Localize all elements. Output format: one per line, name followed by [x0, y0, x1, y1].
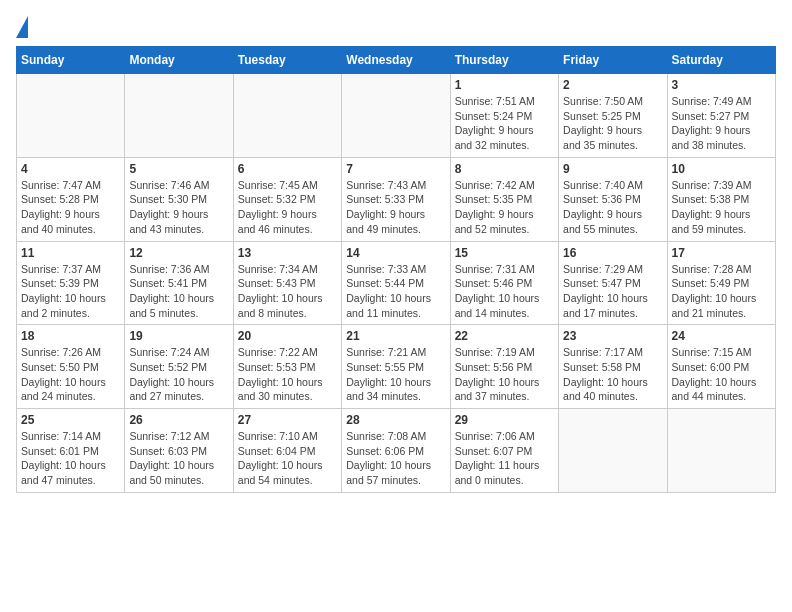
calendar-day-cell: 6Sunrise: 7:45 AM Sunset: 5:32 PM Daylig…	[233, 157, 341, 241]
calendar-day-cell: 27Sunrise: 7:10 AM Sunset: 6:04 PM Dayli…	[233, 409, 341, 493]
day-number: 24	[672, 329, 771, 343]
day-of-week-header: Sunday	[17, 47, 125, 74]
day-of-week-header: Friday	[559, 47, 667, 74]
day-number: 2	[563, 78, 662, 92]
day-number: 27	[238, 413, 337, 427]
day-info: Sunrise: 7:37 AM Sunset: 5:39 PM Dayligh…	[21, 262, 120, 321]
calendar-day-cell: 19Sunrise: 7:24 AM Sunset: 5:52 PM Dayli…	[125, 325, 233, 409]
day-number: 8	[455, 162, 554, 176]
calendar-day-cell	[559, 409, 667, 493]
day-info: Sunrise: 7:42 AM Sunset: 5:35 PM Dayligh…	[455, 178, 554, 237]
day-info: Sunrise: 7:06 AM Sunset: 6:07 PM Dayligh…	[455, 429, 554, 488]
calendar-day-cell: 17Sunrise: 7:28 AM Sunset: 5:49 PM Dayli…	[667, 241, 775, 325]
calendar-day-cell	[342, 74, 450, 158]
day-info: Sunrise: 7:15 AM Sunset: 6:00 PM Dayligh…	[672, 345, 771, 404]
day-info: Sunrise: 7:40 AM Sunset: 5:36 PM Dayligh…	[563, 178, 662, 237]
calendar-week-row: 4Sunrise: 7:47 AM Sunset: 5:28 PM Daylig…	[17, 157, 776, 241]
calendar-day-cell: 26Sunrise: 7:12 AM Sunset: 6:03 PM Dayli…	[125, 409, 233, 493]
day-of-week-header: Thursday	[450, 47, 558, 74]
calendar-day-cell: 10Sunrise: 7:39 AM Sunset: 5:38 PM Dayli…	[667, 157, 775, 241]
day-number: 26	[129, 413, 228, 427]
day-number: 11	[21, 246, 120, 260]
day-number: 20	[238, 329, 337, 343]
logo-icon	[16, 16, 28, 38]
day-info: Sunrise: 7:36 AM Sunset: 5:41 PM Dayligh…	[129, 262, 228, 321]
calendar-day-cell: 15Sunrise: 7:31 AM Sunset: 5:46 PM Dayli…	[450, 241, 558, 325]
day-number: 29	[455, 413, 554, 427]
day-number: 5	[129, 162, 228, 176]
day-info: Sunrise: 7:34 AM Sunset: 5:43 PM Dayligh…	[238, 262, 337, 321]
day-info: Sunrise: 7:17 AM Sunset: 5:58 PM Dayligh…	[563, 345, 662, 404]
day-number: 14	[346, 246, 445, 260]
calendar-day-cell: 24Sunrise: 7:15 AM Sunset: 6:00 PM Dayli…	[667, 325, 775, 409]
day-of-week-header: Wednesday	[342, 47, 450, 74]
calendar-day-cell: 5Sunrise: 7:46 AM Sunset: 5:30 PM Daylig…	[125, 157, 233, 241]
calendar-day-cell: 2Sunrise: 7:50 AM Sunset: 5:25 PM Daylig…	[559, 74, 667, 158]
calendar-day-cell: 22Sunrise: 7:19 AM Sunset: 5:56 PM Dayli…	[450, 325, 558, 409]
day-info: Sunrise: 7:24 AM Sunset: 5:52 PM Dayligh…	[129, 345, 228, 404]
calendar-day-cell: 12Sunrise: 7:36 AM Sunset: 5:41 PM Dayli…	[125, 241, 233, 325]
day-of-week-header: Saturday	[667, 47, 775, 74]
calendar-day-cell: 8Sunrise: 7:42 AM Sunset: 5:35 PM Daylig…	[450, 157, 558, 241]
day-info: Sunrise: 7:19 AM Sunset: 5:56 PM Dayligh…	[455, 345, 554, 404]
day-info: Sunrise: 7:26 AM Sunset: 5:50 PM Dayligh…	[21, 345, 120, 404]
day-number: 10	[672, 162, 771, 176]
day-info: Sunrise: 7:51 AM Sunset: 5:24 PM Dayligh…	[455, 94, 554, 153]
calendar-week-row: 11Sunrise: 7:37 AM Sunset: 5:39 PM Dayli…	[17, 241, 776, 325]
calendar-header-row: SundayMondayTuesdayWednesdayThursdayFrid…	[17, 47, 776, 74]
calendar-day-cell: 13Sunrise: 7:34 AM Sunset: 5:43 PM Dayli…	[233, 241, 341, 325]
page-header	[16, 16, 776, 38]
calendar-week-row: 1Sunrise: 7:51 AM Sunset: 5:24 PM Daylig…	[17, 74, 776, 158]
calendar-day-cell	[125, 74, 233, 158]
day-info: Sunrise: 7:43 AM Sunset: 5:33 PM Dayligh…	[346, 178, 445, 237]
day-number: 15	[455, 246, 554, 260]
calendar-day-cell: 29Sunrise: 7:06 AM Sunset: 6:07 PM Dayli…	[450, 409, 558, 493]
calendar-day-cell: 21Sunrise: 7:21 AM Sunset: 5:55 PM Dayli…	[342, 325, 450, 409]
calendar-week-row: 25Sunrise: 7:14 AM Sunset: 6:01 PM Dayli…	[17, 409, 776, 493]
calendar-week-row: 18Sunrise: 7:26 AM Sunset: 5:50 PM Dayli…	[17, 325, 776, 409]
calendar-day-cell	[233, 74, 341, 158]
calendar-day-cell: 9Sunrise: 7:40 AM Sunset: 5:36 PM Daylig…	[559, 157, 667, 241]
calendar-day-cell: 28Sunrise: 7:08 AM Sunset: 6:06 PM Dayli…	[342, 409, 450, 493]
calendar-day-cell	[667, 409, 775, 493]
day-number: 17	[672, 246, 771, 260]
day-info: Sunrise: 7:10 AM Sunset: 6:04 PM Dayligh…	[238, 429, 337, 488]
day-number: 22	[455, 329, 554, 343]
day-number: 23	[563, 329, 662, 343]
day-info: Sunrise: 7:21 AM Sunset: 5:55 PM Dayligh…	[346, 345, 445, 404]
day-number: 12	[129, 246, 228, 260]
day-number: 9	[563, 162, 662, 176]
day-of-week-header: Monday	[125, 47, 233, 74]
calendar-day-cell: 14Sunrise: 7:33 AM Sunset: 5:44 PM Dayli…	[342, 241, 450, 325]
day-number: 13	[238, 246, 337, 260]
calendar-day-cell: 16Sunrise: 7:29 AM Sunset: 5:47 PM Dayli…	[559, 241, 667, 325]
day-info: Sunrise: 7:22 AM Sunset: 5:53 PM Dayligh…	[238, 345, 337, 404]
day-info: Sunrise: 7:39 AM Sunset: 5:38 PM Dayligh…	[672, 178, 771, 237]
day-info: Sunrise: 7:29 AM Sunset: 5:47 PM Dayligh…	[563, 262, 662, 321]
calendar-day-cell: 20Sunrise: 7:22 AM Sunset: 5:53 PM Dayli…	[233, 325, 341, 409]
day-number: 19	[129, 329, 228, 343]
day-number: 28	[346, 413, 445, 427]
day-info: Sunrise: 7:08 AM Sunset: 6:06 PM Dayligh…	[346, 429, 445, 488]
day-number: 21	[346, 329, 445, 343]
day-number: 3	[672, 78, 771, 92]
day-number: 6	[238, 162, 337, 176]
day-info: Sunrise: 7:12 AM Sunset: 6:03 PM Dayligh…	[129, 429, 228, 488]
day-number: 18	[21, 329, 120, 343]
day-info: Sunrise: 7:50 AM Sunset: 5:25 PM Dayligh…	[563, 94, 662, 153]
calendar-day-cell: 4Sunrise: 7:47 AM Sunset: 5:28 PM Daylig…	[17, 157, 125, 241]
day-number: 16	[563, 246, 662, 260]
day-number: 25	[21, 413, 120, 427]
calendar-day-cell: 25Sunrise: 7:14 AM Sunset: 6:01 PM Dayli…	[17, 409, 125, 493]
day-info: Sunrise: 7:45 AM Sunset: 5:32 PM Dayligh…	[238, 178, 337, 237]
logo	[16, 16, 32, 38]
day-number: 7	[346, 162, 445, 176]
calendar-day-cell: 23Sunrise: 7:17 AM Sunset: 5:58 PM Dayli…	[559, 325, 667, 409]
day-info: Sunrise: 7:28 AM Sunset: 5:49 PM Dayligh…	[672, 262, 771, 321]
day-info: Sunrise: 7:14 AM Sunset: 6:01 PM Dayligh…	[21, 429, 120, 488]
calendar-day-cell: 18Sunrise: 7:26 AM Sunset: 5:50 PM Dayli…	[17, 325, 125, 409]
day-info: Sunrise: 7:47 AM Sunset: 5:28 PM Dayligh…	[21, 178, 120, 237]
calendar-day-cell: 7Sunrise: 7:43 AM Sunset: 5:33 PM Daylig…	[342, 157, 450, 241]
day-number: 1	[455, 78, 554, 92]
day-number: 4	[21, 162, 120, 176]
